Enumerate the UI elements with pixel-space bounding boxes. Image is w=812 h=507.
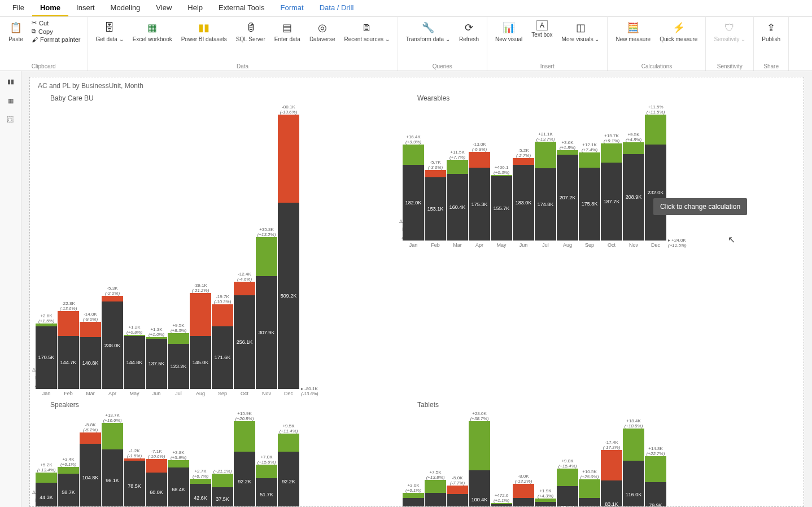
bar-column[interactable]: +472.6(+1.1%)42.2KMay bbox=[491, 493, 512, 507]
new-visual-button[interactable]: 📊New visual bbox=[492, 18, 526, 45]
cut-button[interactable]: ✂Cut bbox=[32, 19, 81, 27]
bar-column[interactable]: +9.8K(+15.4%)73.2KAug bbox=[557, 458, 578, 507]
tab-modeling[interactable]: Modeling bbox=[103, 0, 149, 16]
bar-column[interactable]: -7.1K(-10.6%)60.0KJun bbox=[146, 449, 167, 507]
chart-speakers[interactable]: SpeakersΔPLPYAC+5.2K(+13.4%)44.3KJan+3.4… bbox=[36, 400, 386, 507]
model-view-icon[interactable]: ⿴ bbox=[5, 114, 16, 125]
paste-button[interactable]: 📋 Paste bbox=[5, 18, 27, 45]
chart-baby-care-bu[interactable]: Baby Care BUΔPLPYAC+2.6K(+1.5%)170.5KJan… bbox=[36, 93, 386, 396]
bar-column[interactable]: +2.6K(+1.5%)170.5KJan bbox=[36, 313, 57, 396]
bar-column[interactable]: +7.0K(+15.6%)51.7KNov bbox=[256, 454, 277, 507]
tab-help[interactable]: Help bbox=[180, 0, 211, 16]
tab-format[interactable]: Format bbox=[272, 0, 311, 16]
bar-column[interactable]: -1.2K(-1.5%)78.5KMay bbox=[124, 448, 145, 507]
tab-insert[interactable]: Insert bbox=[68, 0, 103, 16]
variance-negative bbox=[513, 484, 534, 498]
recent-sources-button[interactable]: 🗎Recent sources ⌄ bbox=[340, 18, 392, 45]
bar-column[interactable]: -12.4K(-4.6%)256.1KOct bbox=[234, 272, 255, 396]
variance-negative bbox=[80, 432, 101, 444]
new-measure-button[interactable]: 🧮New measure bbox=[612, 18, 654, 45]
variance-label: +2.7K(+6.7%) bbox=[193, 469, 208, 479]
bar-column[interactable]: -5.3K(-2.2%)238.0KApr bbox=[102, 286, 123, 396]
bar-column[interactable]: +16.4K(+9.9%)182.0KJan bbox=[403, 134, 424, 247]
actual-bar: 92.2K bbox=[278, 452, 299, 507]
actual-bar: 123.2K bbox=[168, 344, 189, 389]
bar-column[interactable]: -80.1K(-13.6%)509.2KDec bbox=[278, 104, 299, 396]
bar-column[interactable]: +10.5K(+25.0%)52.8KSep bbox=[579, 469, 600, 507]
bar-column[interactable]: (+21.1%)37.5KSep bbox=[212, 464, 233, 507]
publish-button[interactable]: ⇪Publish bbox=[758, 18, 784, 45]
bar-column[interactable]: +15.9K(+20.8%)92.2KOct bbox=[234, 411, 255, 507]
sql-button[interactable]: 🛢SQL Server bbox=[233, 18, 269, 45]
copy-icon: ⧉ bbox=[32, 28, 36, 35]
transform-button[interactable]: 🔧Transform data ⌄ bbox=[403, 18, 453, 45]
bar-column[interactable]: +7.5K(+13.8%)61.4KFeb bbox=[425, 470, 446, 507]
month-label: Feb bbox=[64, 391, 73, 396]
variance-negative bbox=[80, 322, 101, 337]
actual-bar: 144.8K bbox=[124, 336, 145, 389]
variance-label: -5.7K(-3.6%) bbox=[428, 160, 443, 170]
chart-tablets[interactable]: TabletsΔPLPYAC+3.0K(+6.1%)52.6KJan+7.5K(… bbox=[403, 400, 753, 507]
bar-column[interactable]: +35.8K(+13.2%)307.9KNov bbox=[256, 227, 277, 396]
sensitivity-button: 🛡Sensitivity ⌄ bbox=[710, 18, 749, 45]
actual-bar: 182.0K bbox=[403, 165, 424, 240]
chart-wearables[interactable]: WearablesΔPLPYAC+16.4K(+9.9%)182.0KJan-5… bbox=[403, 93, 753, 396]
copy-button[interactable]: ⧉Copy bbox=[32, 28, 81, 35]
excel-button[interactable]: ▦Excel workbook bbox=[129, 18, 176, 45]
dataverse-button[interactable]: ◎Dataverse bbox=[306, 18, 339, 45]
report-canvas[interactable]: AC and PL by BusinessUnit, Month Baby Ca… bbox=[21, 71, 812, 507]
bar-column[interactable]: +9.5K(+11.4%)92.2KDec bbox=[278, 423, 299, 507]
bar-column[interactable]: -13.0K(-6.9%)175.3KApr bbox=[469, 142, 490, 248]
pbi-datasets-button[interactable]: ▮▮Power BI datasets bbox=[178, 18, 230, 45]
actual-bar: 52.6K bbox=[403, 498, 424, 507]
bar-column[interactable]: -17.4K(-17.3%)83.1KOct bbox=[601, 440, 622, 507]
bar-column[interactable]: -14.0K(-9.0%)140.8KMar bbox=[80, 312, 101, 396]
report-view-icon[interactable]: ▮▮ bbox=[5, 76, 16, 87]
actual-bar: 52.5K bbox=[513, 498, 534, 507]
bar-column[interactable]: -8.0K(-13.2%)52.5KJun bbox=[513, 474, 534, 507]
bar-column[interactable]: -39.1K(-21.2%)145.0KAug bbox=[190, 283, 211, 396]
bar-column[interactable]: -19.7K(-10.3%)171.6KSep bbox=[212, 294, 233, 396]
bar-column[interactable]: -5.0K(-7.7%)59.4KMar bbox=[447, 475, 468, 507]
bar-column[interactable]: +28.0K(+38.7%)100.4KApr bbox=[469, 411, 490, 507]
bar-column[interactable]: +3.6K(+1.8%)207.2KAug bbox=[557, 140, 578, 248]
format-painter-button[interactable]: 🖌Format painter bbox=[32, 36, 81, 43]
bar-column[interactable]: +3.4K(+6.1%)58.7KFeb bbox=[58, 457, 79, 507]
bar-column[interactable]: +13.7K(+16.6%)96.1KApr bbox=[102, 413, 123, 507]
data-view-icon[interactable]: ▦ bbox=[5, 95, 16, 106]
bar-column[interactable]: +5.2K(+13.4%)44.3KJan bbox=[36, 462, 57, 507]
bar-column[interactable]: +12.1K(+7.4%)175.8KSep bbox=[579, 142, 600, 247]
bar-column[interactable]: +15.7K(+9.1%)187.7KOct bbox=[601, 133, 622, 248]
bar-column[interactable]: +3.8K(+5.9%)68.4KJul bbox=[168, 450, 189, 507]
bar-column[interactable]: +14.8K(+22.7%)79.9KDec bbox=[645, 446, 666, 507]
bar-column[interactable]: +2.7K(+6.7%)42.6KAug bbox=[190, 469, 211, 507]
tab-external-tools[interactable]: External Tools bbox=[211, 0, 272, 16]
ribbon: 📋 Paste ✂Cut ⧉Copy 🖌Format painter Clipb… bbox=[0, 17, 812, 71]
bar-column[interactable]: -5.2K(-2.7%)183.0KJun bbox=[513, 148, 534, 248]
actual-bar: 238.0K bbox=[102, 301, 123, 388]
bar-column[interactable]: +9.5K(+4.8%)208.9KNov bbox=[623, 132, 644, 248]
bar-column[interactable]: +1.2K(+0.8%)144.8KMay bbox=[124, 325, 145, 396]
bar-column[interactable]: +3.0K(+6.1%)52.6KJan bbox=[403, 483, 424, 507]
bar-column[interactable]: -5.8K(-5.2%)104.8KMar bbox=[80, 422, 101, 507]
text-box-button[interactable]: AText box bbox=[528, 18, 556, 40]
bar-column[interactable]: +11.5%(+11.5%)232.0KDec bbox=[645, 104, 666, 248]
bar-column[interactable]: +1.3K(+1.0%)137.5KJun bbox=[146, 327, 167, 396]
quick-measure-button[interactable]: ⚡Quick measure bbox=[656, 18, 701, 45]
bar-column[interactable]: -5.7K(-3.6%)153.1KFeb bbox=[425, 160, 446, 248]
more-visuals-button[interactable]: ◫More visuals ⌄ bbox=[558, 18, 603, 45]
enter-data-button[interactable]: ▤Enter data bbox=[271, 18, 304, 45]
bar-column[interactable]: +1.9K(+4.3%)46.2KJul bbox=[535, 488, 556, 507]
tab-file[interactable]: File bbox=[5, 0, 32, 16]
bar-column[interactable]: +18.4K(+18.8%)116.0KNov bbox=[623, 418, 644, 507]
bar-column[interactable]: +21.1K(+13.7%)174.8KJul bbox=[535, 132, 556, 247]
bar-column[interactable]: +9.5K(+8.3%)123.2KJul bbox=[168, 323, 189, 396]
get-data-button[interactable]: 🗄Get data ⌄ bbox=[93, 18, 127, 45]
bar-column[interactable]: +11.5K(+7.7%)160.4KMar bbox=[447, 150, 468, 248]
tab-data-drill[interactable]: Data / Drill bbox=[312, 0, 362, 16]
refresh-button[interactable]: ⟳Refresh bbox=[456, 18, 482, 45]
tab-home[interactable]: Home bbox=[32, 0, 68, 16]
tab-view[interactable]: View bbox=[148, 0, 180, 16]
bar-column[interactable]: +406.1(+0.3%)155.7KMay bbox=[491, 165, 512, 248]
bar-column[interactable]: -22.8K(-13.6%)144.7KFeb bbox=[58, 301, 79, 396]
